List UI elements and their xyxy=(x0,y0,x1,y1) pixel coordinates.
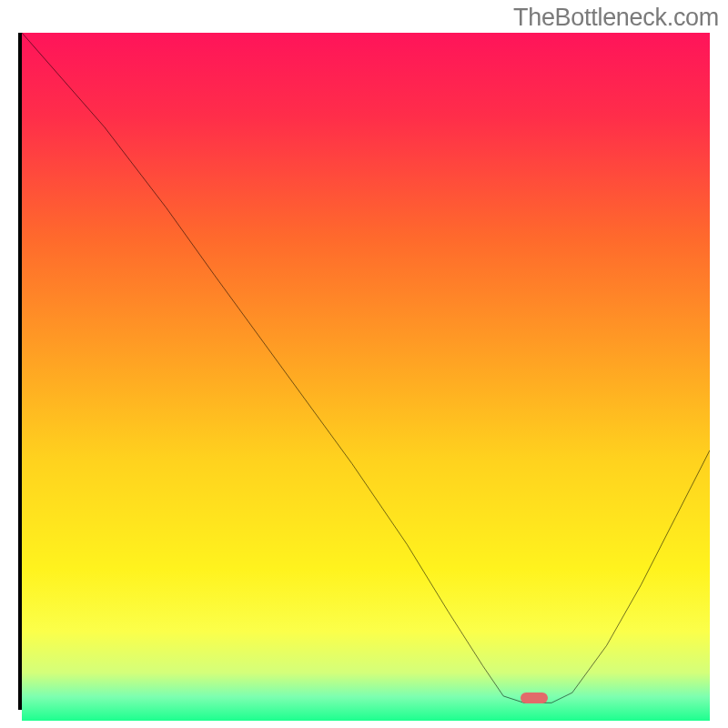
watermark-text: TheBottleneck.com xyxy=(513,4,719,32)
chart-plot-area xyxy=(18,33,710,710)
chart-marker xyxy=(521,693,548,703)
chart-curve xyxy=(22,33,710,706)
